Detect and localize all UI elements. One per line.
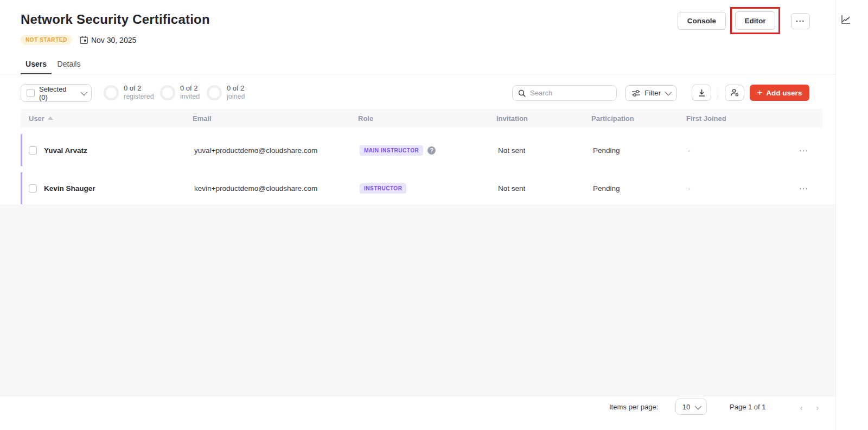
items-per-page-select[interactable]: 10 [675,399,707,415]
date-display: Nov 30, 2025 [80,36,136,44]
help-icon[interactable]: ? [427,146,436,155]
editor-highlight-box: Editor [730,7,780,34]
column-header-user[interactable]: User [21,114,193,123]
add-users-label: Add users [766,89,802,97]
status-badge: NOT STARTED [21,35,72,45]
table-row: Kevin Shauger kevin+productdemo@cloudsha… [21,172,822,204]
selected-dropdown[interactable]: Selected (0) [21,84,92,102]
tab-details[interactable]: Details [56,54,81,74]
row-checkbox[interactable] [29,184,37,192]
table-empty-area [0,204,835,396]
column-header-label: User [29,114,44,123]
stat-invited: 0 of 2 invited [160,85,200,100]
items-per-page-label: Items per page: [609,403,658,411]
right-rail [835,0,868,430]
page-indicator: Page 1 of 1 [730,403,766,411]
filter-button[interactable]: Filter [625,85,677,101]
stat-label: joined [227,93,245,100]
user-gear-icon [730,88,739,97]
row-checkbox[interactable] [29,146,37,155]
sort-icon[interactable] [48,117,53,120]
role-badge: INSTRUCTOR [360,183,406,194]
user-email: yuval+productdemo@cloudshare.com [194,146,360,155]
column-header-role: Role [358,114,496,123]
user-name: Yuval Arvatz [44,146,87,155]
stat-value: 0 of 2 [227,85,245,93]
download-icon [698,89,706,97]
filter-label: Filter [644,89,661,97]
previous-page-button[interactable]: ‹ [796,402,806,412]
row-more-button[interactable]: ··· [771,184,822,192]
progress-ring-icon [160,85,175,100]
editor-button[interactable]: Editor [735,11,775,30]
main-content: Network Security Certification NOT START… [0,0,835,430]
tab-users[interactable]: Users [21,54,52,74]
console-button[interactable]: Console [678,12,726,30]
column-header-participation: Participation [591,114,686,123]
next-page-button[interactable]: › [813,402,822,412]
first-joined-value: - [688,146,771,155]
chevron-down-icon [81,89,88,96]
row-more-button[interactable]: ··· [771,146,822,155]
tab-bar: Users Details [0,54,835,74]
date-text: Nov 30, 2025 [91,36,136,44]
invitation-status: Not sent [498,146,593,155]
column-header-email: Email [193,114,358,123]
chevron-down-icon [695,402,702,409]
stat-value: 0 of 2 [124,85,154,93]
user-settings-button[interactable] [725,85,744,101]
search-input[interactable] [530,89,606,97]
selected-label: Selected (0) [39,85,76,101]
search-icon [518,89,526,97]
items-per-page-value: 10 [682,403,690,411]
line-chart-icon[interactable] [840,14,851,25]
column-header-invitation: Invitation [496,114,591,123]
add-users-button[interactable]: + Add users [750,85,809,101]
role-badge: MAIN INSTRUCTOR [360,145,423,156]
participation-status: Pending [593,184,688,192]
chevron-down-icon [665,89,672,96]
first-joined-value: - [688,184,771,192]
table-row: Yuval Arvatz yuval+productdemo@cloudshar… [21,134,822,166]
users-table: User Email Role Invitation Participation… [21,109,822,210]
page-title: Network Security Certification [21,12,210,27]
header-more-button[interactable]: ··· [791,13,810,29]
download-button[interactable] [692,85,711,101]
toolbar-divider [718,87,718,99]
user-email: kevin+productdemo@cloudshare.com [194,184,360,192]
column-header-first-joined: First Joined [686,114,769,123]
progress-ring-icon [104,85,119,100]
stat-label: registered [124,93,154,100]
stat-joined: 0 of 2 joined [207,85,245,100]
stat-value: 0 of 2 [180,85,200,93]
calendar-icon [80,36,88,44]
plus-icon: + [757,88,762,98]
table-header-row: User Email Role Invitation Participation… [21,109,822,127]
user-name: Kevin Shauger [44,184,95,192]
participation-status: Pending [593,146,688,155]
stat-registered: 0 of 2 registered [104,85,154,100]
search-box[interactable] [512,85,617,101]
filter-sliders-icon [632,89,640,97]
progress-ring-icon [207,85,222,100]
stat-label: invited [180,93,200,100]
select-all-checkbox[interactable] [27,89,35,97]
invitation-status: Not sent [498,184,593,192]
status-row: NOT STARTED Nov 30, 2025 [21,35,136,45]
